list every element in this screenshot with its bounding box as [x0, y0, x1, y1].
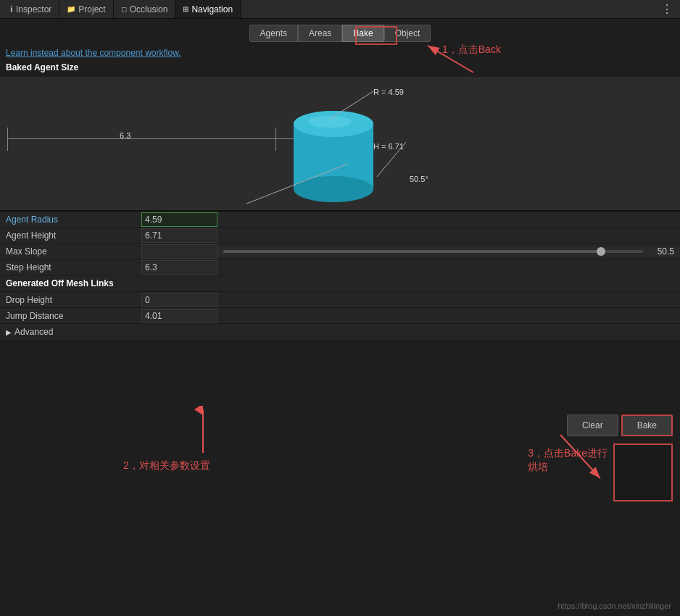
vis-area: 6.3 R = 4.59 H = 6.71 50.5°: [0, 77, 680, 211]
jump-distance-input[interactable]: [141, 309, 217, 323]
height-label: H = 6.71: [373, 142, 404, 151]
max-slope-slider-area: 50.5: [217, 246, 680, 257]
prop-row-agent-height: Agent Height: [0, 228, 680, 244]
component-workflow-link[interactable]: Learn instead about the component workfl…: [0, 45, 680, 61]
up-arrow-2: [192, 406, 214, 457]
annotation-1: 1，点击Back: [442, 43, 501, 57]
step-height-label: Step Height: [0, 260, 141, 275]
max-slope-track: [223, 250, 643, 253]
tab-occlusion[interactable]: ◻ Occlusion: [114, 0, 176, 18]
nav-tab-areas[interactable]: Areas: [298, 25, 342, 42]
tab-project[interactable]: 📁 Project: [59, 0, 113, 18]
prop-row-drop-height: Drop Height: [0, 292, 680, 308]
inspector-icon: ℹ: [10, 5, 13, 13]
svg-line-9: [246, 164, 348, 204]
max-slope-thumb[interactable]: [597, 247, 605, 256]
nav-tab-bake[interactable]: Bake: [342, 25, 383, 42]
props-table: Agent Radius Agent Height Max Slope 50.5…: [0, 211, 680, 341]
advanced-label: Advanced: [14, 327, 53, 337]
tab-navigation[interactable]: ⊞ Navigation: [175, 0, 241, 18]
tab-inspector[interactable]: ℹ Inspector: [3, 0, 59, 18]
width-right-line: [275, 128, 276, 151]
footer-url: https://blog.csdn.net/xinzhilinger: [557, 602, 671, 610]
tab-navigation-label: Navigation: [191, 4, 233, 14]
occlusion-icon: ◻: [121, 5, 127, 13]
svg-line-7: [330, 91, 373, 119]
annotation-3: 3，点击Bake进行烘培: [528, 446, 608, 475]
tab-bar: ℹ Inspector 📁 Project ◻ Occlusion ⊞ Navi…: [0, 0, 680, 19]
baked-agent-size-title: Baked Agent Size: [0, 61, 680, 77]
navigation-icon: ⊞: [183, 5, 188, 13]
agent-radius-label: Agent Radius: [0, 212, 141, 227]
agent-radius-input[interactable]: [141, 212, 217, 227]
angle-label: 50.5°: [410, 175, 428, 183]
tab-project-label: Project: [78, 4, 105, 14]
advanced-row[interactable]: ▶ Advanced: [0, 324, 680, 341]
nav-tab-agents[interactable]: Agents: [249, 25, 298, 42]
drop-height-input[interactable]: [141, 293, 217, 307]
drop-height-label: Drop Height: [0, 293, 141, 307]
project-icon: 📁: [67, 5, 75, 13]
agent-height-label: Agent Height: [0, 228, 141, 243]
max-slope-fill: [223, 250, 601, 253]
prop-row-max-slope: Max Slope 50.5: [0, 244, 680, 259]
prop-row-jump-distance: Jump Distance: [0, 308, 680, 324]
width-label: 6.3: [120, 131, 130, 140]
advanced-arrow-icon: ▶: [6, 328, 12, 336]
prop-row-step-height: Step Height: [0, 259, 680, 275]
slope-line: [239, 157, 384, 215]
max-slope-input[interactable]: [141, 244, 217, 259]
step-height-input[interactable]: [141, 260, 217, 275]
annotation-2-container: 2，对相关参数设置: [159, 406, 246, 473]
off-mesh-header: Generated Off Mesh Links: [0, 275, 680, 292]
max-slope-value: 50.5: [649, 246, 674, 257]
max-slope-label: Max Slope: [0, 244, 141, 259]
width-left-line: [7, 128, 8, 151]
more-menu-button[interactable]: ⋮: [657, 2, 677, 16]
radius-label: R = 4.59: [373, 88, 404, 96]
nav-tabs: Agents Areas Bake Object: [0, 19, 680, 45]
tab-inspector-label: Inspector: [16, 4, 51, 14]
bake-preview-box: [613, 444, 673, 501]
tab-occlusion-label: Occlusion: [130, 4, 168, 14]
annotation-2: 2，对相关参数设置: [123, 459, 210, 473]
bake-button[interactable]: Bake: [621, 415, 673, 436]
agent-height-input[interactable]: [141, 228, 217, 243]
jump-distance-label: Jump Distance: [0, 309, 141, 323]
